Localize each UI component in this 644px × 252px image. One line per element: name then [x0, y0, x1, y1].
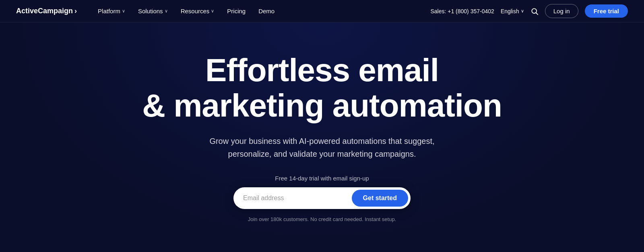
free-trial-button[interactable]: Free trial: [585, 4, 628, 18]
search-button[interactable]: [530, 7, 539, 15]
email-input[interactable]: [243, 195, 352, 202]
nav-item-resources[interactable]: Resources ∨: [176, 4, 219, 18]
hero-title: Effortless email & marketing automation: [142, 53, 502, 123]
language-selector[interactable]: English ∨: [501, 8, 524, 14]
nav-demo-label: Demo: [258, 8, 275, 14]
svg-line-1: [536, 12, 538, 14]
language-label: English: [501, 8, 519, 14]
nav-resources-label: Resources: [181, 8, 210, 14]
logo-text: ActiveCampaign: [16, 7, 73, 15]
hero-subtitle: Grow your business with AI-powered autom…: [201, 135, 443, 160]
navbar: ActiveCampaign › Platform ∨ Solutions ∨ …: [0, 0, 644, 23]
nav-solutions-label: Solutions: [138, 8, 163, 14]
hero-title-line1: Effortless email: [205, 52, 439, 88]
hero-fine-print: Join over 180k customers. No credit card…: [248, 216, 396, 222]
nav-links: Platform ∨ Solutions ∨ Resources ∨ Prici…: [93, 4, 430, 18]
nav-item-demo[interactable]: Demo: [254, 4, 279, 18]
nav-sales: Sales: +1 (800) 357-0402: [430, 8, 494, 14]
nav-item-platform[interactable]: Platform ∨: [93, 4, 130, 18]
chevron-down-icon: ∨: [211, 8, 214, 14]
hero-title-line2: & marketing automation: [142, 88, 502, 123]
logo[interactable]: ActiveCampaign ›: [16, 7, 77, 15]
get-started-button[interactable]: Get started: [352, 190, 408, 207]
hero-section: Effortless email & marketing automation …: [0, 23, 644, 252]
nav-item-pricing[interactable]: Pricing: [222, 4, 250, 18]
chevron-down-icon: ∨: [521, 8, 524, 14]
email-form: Get started: [233, 187, 411, 209]
chevron-down-icon: ∨: [122, 8, 125, 14]
logo-arrow: ›: [74, 7, 77, 15]
hero-trial-label: Free 14-day trial with email sign-up: [275, 175, 369, 182]
nav-pricing-label: Pricing: [227, 8, 246, 14]
search-icon: [530, 7, 539, 15]
nav-platform-label: Platform: [98, 8, 120, 14]
chevron-down-icon: ∨: [165, 8, 168, 14]
nav-item-solutions[interactable]: Solutions ∨: [133, 4, 173, 18]
nav-right: Sales: +1 (800) 357-0402 English ∨ Log i…: [430, 4, 628, 18]
login-button[interactable]: Log in: [545, 4, 578, 18]
